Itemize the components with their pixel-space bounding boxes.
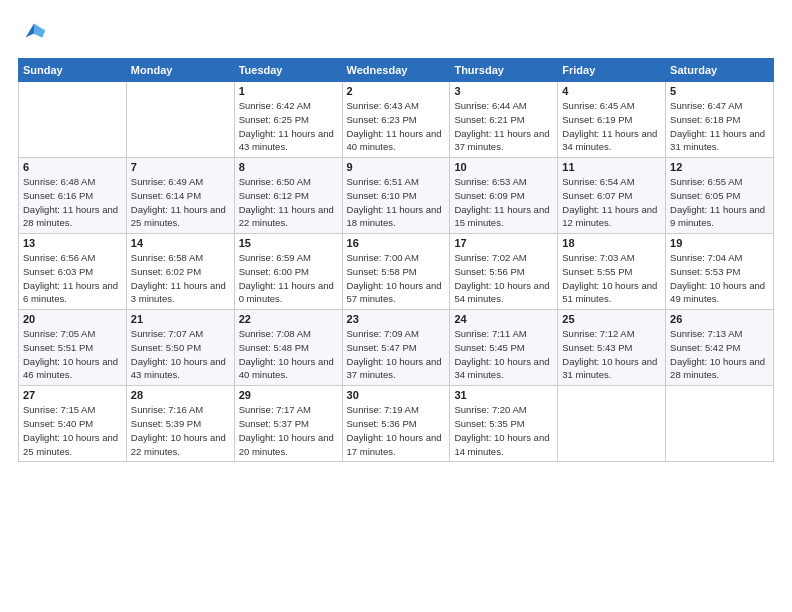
day-number: 21 [131,313,230,325]
day-number: 27 [23,389,122,401]
day-cell: 27Sunrise: 7:15 AMSunset: 5:40 PMDayligh… [19,386,127,462]
day-number: 11 [562,161,661,173]
day-info: Sunrise: 6:58 AMSunset: 6:02 PMDaylight:… [131,251,230,306]
day-number: 7 [131,161,230,173]
day-number: 10 [454,161,553,173]
logo-bird-icon [20,18,48,46]
day-info: Sunrise: 7:09 AMSunset: 5:47 PMDaylight:… [347,327,446,382]
day-info: Sunrise: 6:50 AMSunset: 6:12 PMDaylight:… [239,175,338,230]
header-friday: Friday [558,59,666,82]
week-row-3: 20Sunrise: 7:05 AMSunset: 5:51 PMDayligh… [19,310,774,386]
header-saturday: Saturday [666,59,774,82]
day-cell: 7Sunrise: 6:49 AMSunset: 6:14 PMDaylight… [126,158,234,234]
day-cell: 4Sunrise: 6:45 AMSunset: 6:19 PMDaylight… [558,82,666,158]
day-number: 3 [454,85,553,97]
day-cell: 11Sunrise: 6:54 AMSunset: 6:07 PMDayligh… [558,158,666,234]
day-number: 5 [670,85,769,97]
day-info: Sunrise: 7:13 AMSunset: 5:42 PMDaylight:… [670,327,769,382]
day-number: 17 [454,237,553,249]
day-info: Sunrise: 6:59 AMSunset: 6:00 PMDaylight:… [239,251,338,306]
day-cell: 10Sunrise: 6:53 AMSunset: 6:09 PMDayligh… [450,158,558,234]
day-info: Sunrise: 7:17 AMSunset: 5:37 PMDaylight:… [239,403,338,458]
svg-marker-1 [34,24,45,38]
day-cell: 29Sunrise: 7:17 AMSunset: 5:37 PMDayligh… [234,386,342,462]
day-info: Sunrise: 7:11 AMSunset: 5:45 PMDaylight:… [454,327,553,382]
day-cell: 2Sunrise: 6:43 AMSunset: 6:23 PMDaylight… [342,82,450,158]
day-number: 24 [454,313,553,325]
week-row-0: 1Sunrise: 6:42 AMSunset: 6:25 PMDaylight… [19,82,774,158]
day-cell: 24Sunrise: 7:11 AMSunset: 5:45 PMDayligh… [450,310,558,386]
day-info: Sunrise: 7:03 AMSunset: 5:55 PMDaylight:… [562,251,661,306]
header-sunday: Sunday [19,59,127,82]
day-number: 9 [347,161,446,173]
day-info: Sunrise: 6:44 AMSunset: 6:21 PMDaylight:… [454,99,553,154]
day-number: 12 [670,161,769,173]
day-cell: 22Sunrise: 7:08 AMSunset: 5:48 PMDayligh… [234,310,342,386]
day-number: 20 [23,313,122,325]
day-number: 6 [23,161,122,173]
day-info: Sunrise: 6:48 AMSunset: 6:16 PMDaylight:… [23,175,122,230]
day-cell: 31Sunrise: 7:20 AMSunset: 5:35 PMDayligh… [450,386,558,462]
day-cell: 19Sunrise: 7:04 AMSunset: 5:53 PMDayligh… [666,234,774,310]
day-info: Sunrise: 7:12 AMSunset: 5:43 PMDaylight:… [562,327,661,382]
day-cell: 21Sunrise: 7:07 AMSunset: 5:50 PMDayligh… [126,310,234,386]
day-info: Sunrise: 7:08 AMSunset: 5:48 PMDaylight:… [239,327,338,382]
day-info: Sunrise: 7:15 AMSunset: 5:40 PMDaylight:… [23,403,122,458]
calendar-table: SundayMondayTuesdayWednesdayThursdayFrid… [18,58,774,462]
day-info: Sunrise: 7:07 AMSunset: 5:50 PMDaylight:… [131,327,230,382]
day-cell [126,82,234,158]
day-info: Sunrise: 7:05 AMSunset: 5:51 PMDaylight:… [23,327,122,382]
day-info: Sunrise: 7:19 AMSunset: 5:36 PMDaylight:… [347,403,446,458]
day-cell [558,386,666,462]
day-info: Sunrise: 7:20 AMSunset: 5:35 PMDaylight:… [454,403,553,458]
day-cell: 3Sunrise: 6:44 AMSunset: 6:21 PMDaylight… [450,82,558,158]
header [18,18,774,46]
day-info: Sunrise: 7:04 AMSunset: 5:53 PMDaylight:… [670,251,769,306]
day-info: Sunrise: 6:56 AMSunset: 6:03 PMDaylight:… [23,251,122,306]
day-cell: 16Sunrise: 7:00 AMSunset: 5:58 PMDayligh… [342,234,450,310]
day-cell: 30Sunrise: 7:19 AMSunset: 5:36 PMDayligh… [342,386,450,462]
day-number: 4 [562,85,661,97]
day-info: Sunrise: 6:47 AMSunset: 6:18 PMDaylight:… [670,99,769,154]
day-cell [19,82,127,158]
day-info: Sunrise: 6:43 AMSunset: 6:23 PMDaylight:… [347,99,446,154]
calendar-header-row: SundayMondayTuesdayWednesdayThursdayFrid… [19,59,774,82]
page: SundayMondayTuesdayWednesdayThursdayFrid… [0,0,792,612]
day-cell: 9Sunrise: 6:51 AMSunset: 6:10 PMDaylight… [342,158,450,234]
day-number: 14 [131,237,230,249]
day-cell: 5Sunrise: 6:47 AMSunset: 6:18 PMDaylight… [666,82,774,158]
day-cell: 15Sunrise: 6:59 AMSunset: 6:00 PMDayligh… [234,234,342,310]
day-number: 1 [239,85,338,97]
header-tuesday: Tuesday [234,59,342,82]
day-number: 31 [454,389,553,401]
day-number: 16 [347,237,446,249]
day-info: Sunrise: 6:54 AMSunset: 6:07 PMDaylight:… [562,175,661,230]
day-info: Sunrise: 6:51 AMSunset: 6:10 PMDaylight:… [347,175,446,230]
day-number: 13 [23,237,122,249]
day-cell: 6Sunrise: 6:48 AMSunset: 6:16 PMDaylight… [19,158,127,234]
day-cell: 17Sunrise: 7:02 AMSunset: 5:56 PMDayligh… [450,234,558,310]
day-cell: 14Sunrise: 6:58 AMSunset: 6:02 PMDayligh… [126,234,234,310]
day-number: 28 [131,389,230,401]
day-number: 19 [670,237,769,249]
day-cell: 28Sunrise: 7:16 AMSunset: 5:39 PMDayligh… [126,386,234,462]
week-row-2: 13Sunrise: 6:56 AMSunset: 6:03 PMDayligh… [19,234,774,310]
day-info: Sunrise: 7:00 AMSunset: 5:58 PMDaylight:… [347,251,446,306]
day-number: 22 [239,313,338,325]
day-cell: 1Sunrise: 6:42 AMSunset: 6:25 PMDaylight… [234,82,342,158]
day-number: 8 [239,161,338,173]
day-info: Sunrise: 6:42 AMSunset: 6:25 PMDaylight:… [239,99,338,154]
day-number: 30 [347,389,446,401]
day-info: Sunrise: 7:02 AMSunset: 5:56 PMDaylight:… [454,251,553,306]
day-info: Sunrise: 6:45 AMSunset: 6:19 PMDaylight:… [562,99,661,154]
header-monday: Monday [126,59,234,82]
day-number: 29 [239,389,338,401]
day-number: 23 [347,313,446,325]
day-cell: 23Sunrise: 7:09 AMSunset: 5:47 PMDayligh… [342,310,450,386]
day-cell: 26Sunrise: 7:13 AMSunset: 5:42 PMDayligh… [666,310,774,386]
day-cell: 13Sunrise: 6:56 AMSunset: 6:03 PMDayligh… [19,234,127,310]
day-cell: 18Sunrise: 7:03 AMSunset: 5:55 PMDayligh… [558,234,666,310]
day-info: Sunrise: 7:16 AMSunset: 5:39 PMDaylight:… [131,403,230,458]
day-cell: 25Sunrise: 7:12 AMSunset: 5:43 PMDayligh… [558,310,666,386]
header-wednesday: Wednesday [342,59,450,82]
